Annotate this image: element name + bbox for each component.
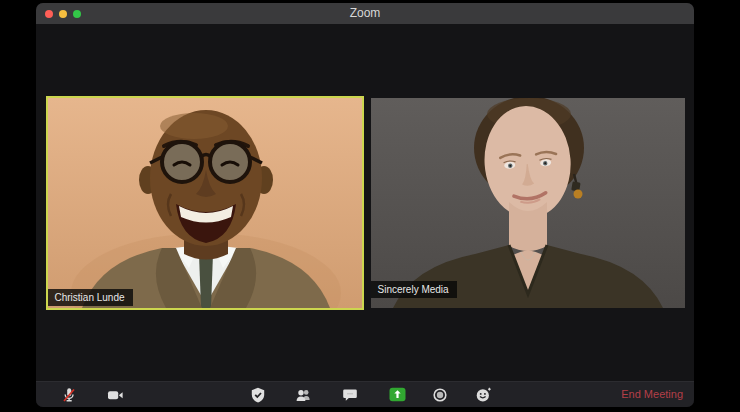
security-button[interactable] <box>246 382 270 407</box>
microphone-muted-icon <box>61 387 77 403</box>
participants-button[interactable] <box>291 382 315 407</box>
end-meeting-button[interactable]: End Meeting <box>621 382 683 407</box>
chat-icon <box>342 387 358 403</box>
participant-name-label: Christian Lunde <box>48 289 133 306</box>
share-screen-icon <box>389 387 406 402</box>
participant-video-christian-lunde <box>48 98 362 308</box>
reactions-icon <box>475 387 492 403</box>
participant-video-sincerely-media <box>371 98 685 308</box>
meeting-toolbar: End Meeting <box>36 381 694 407</box>
zoom-window: Zoom <box>36 3 694 407</box>
video-tile-sincerely-media[interactable]: Sincerely Media <box>371 98 685 308</box>
window-titlebar: Zoom <box>36 3 694 24</box>
reactions-button[interactable] <box>471 382 495 407</box>
chat-button[interactable] <box>338 382 362 407</box>
window-title: Zoom <box>36 3 694 24</box>
video-button[interactable] <box>103 382 127 407</box>
participant-name-label: Sincerely Media <box>371 281 457 298</box>
mute-button[interactable] <box>57 382 81 407</box>
video-camera-icon <box>107 387 124 403</box>
share-screen-button[interactable] <box>385 382 409 407</box>
record-icon <box>432 387 448 403</box>
participants-icon <box>295 387 312 403</box>
video-gallery: Christian Lunde <box>36 24 694 381</box>
video-tile-christian-lunde[interactable]: Christian Lunde <box>46 96 364 310</box>
record-button[interactable] <box>428 382 452 407</box>
security-shield-icon <box>250 387 266 403</box>
